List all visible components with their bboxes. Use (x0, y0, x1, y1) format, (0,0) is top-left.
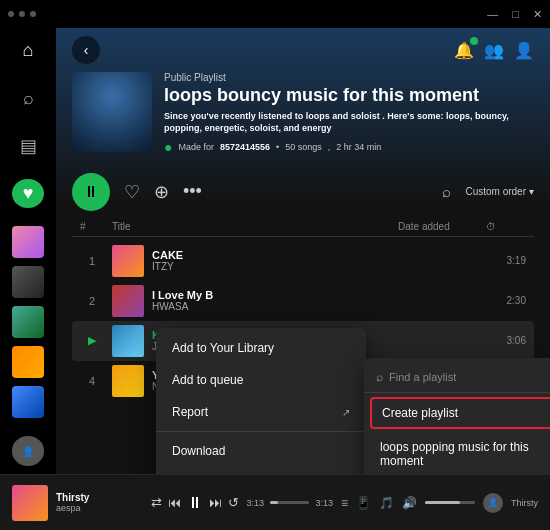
progress-bar-container: 3:13 3:13 (247, 498, 334, 508)
volume-bar[interactable] (425, 501, 475, 504)
main-content: ‹ 🔔 👥 👤 Public Playlist loops bouncy mus… (56, 28, 550, 474)
sidebar-playlist-2[interactable] (12, 266, 44, 298)
player-right: ≡ 📱 🎵 🔊 👤 Thirsty (341, 493, 538, 513)
menu-label: Report (172, 405, 208, 419)
player-controls: ⇄ ⏮ ⏸ ⏭ ↺ (151, 494, 239, 512)
titlebar-dot (19, 11, 25, 17)
prev-button[interactable]: ⏮ (168, 495, 181, 510)
titlebar-controls: — □ ✕ (487, 8, 542, 21)
now-playing-artist: aespa (56, 503, 143, 513)
menu-item-report[interactable]: Report ↗ (156, 396, 366, 428)
sidebar-playlist-5[interactable] (12, 386, 44, 418)
menu-divider (156, 431, 366, 432)
now-playing-thumbnail (12, 485, 48, 521)
now-playing-info: Thirsty aespa (56, 492, 143, 513)
sidebar-item-library[interactable]: ▤ (12, 131, 44, 161)
titlebar-dot (8, 11, 14, 17)
sidebar: ⌂ ⌕ ▤ ♥ 👤 (0, 28, 56, 474)
search-icon: ⌕ (376, 370, 383, 384)
progress-track[interactable] (270, 501, 309, 504)
titlebar: — □ ✕ (0, 0, 550, 28)
menu-label: Add to queue (172, 373, 243, 387)
sidebar-item-home[interactable]: ⌂ (12, 36, 44, 66)
submenu-item-label: Create playlist (382, 406, 458, 420)
volume-icon[interactable]: 🔊 (402, 496, 417, 510)
minimize-button[interactable]: — (487, 8, 498, 20)
lyrics-icon[interactable]: 🎵 (379, 496, 394, 510)
sidebar-avatar[interactable]: 👤 (12, 436, 44, 466)
sidebar-playlists (12, 226, 44, 418)
submenu-item-label: loops popping music for this moment (380, 440, 550, 468)
context-menu: Add to Your Library Add to queue Report … (156, 328, 366, 474)
menu-item-download[interactable]: Download (156, 435, 366, 467)
total-time: 3:13 (315, 498, 333, 508)
volume-fill (425, 501, 460, 504)
external-link-icon: ↗ (342, 407, 350, 418)
menu-item-exclude-taste[interactable]: Exclude from your taste profile (156, 467, 366, 474)
titlebar-dots (8, 11, 36, 17)
progress-fill (270, 501, 278, 504)
maximize-button[interactable]: □ (512, 8, 519, 20)
bottom-player: Thirsty aespa ⇄ ⏮ ⏸ ⏭ ↺ 3:13 3:13 ≡ 📱 🎵 … (0, 474, 550, 530)
sidebar-playlist-3[interactable] (12, 306, 44, 338)
close-button[interactable]: ✕ (533, 8, 542, 21)
titlebar-dot (30, 11, 36, 17)
app-layout: ⌂ ⌕ ▤ ♥ 👤 ‹ 🔔 👥 👤 (0, 28, 550, 474)
submenu-search-input[interactable] (389, 371, 550, 383)
shuffle-button[interactable]: ⇄ (151, 495, 162, 510)
submenu-item-loops-popping[interactable]: loops popping music for this moment (364, 431, 550, 474)
menu-label: Add to Your Library (172, 341, 274, 355)
current-time: 3:13 (247, 498, 265, 508)
sidebar-playlist-4[interactable] (12, 346, 44, 378)
menu-item-add-queue[interactable]: Add to queue (156, 364, 366, 396)
repeat-button[interactable]: ↺ (228, 495, 239, 510)
submenu-item-create[interactable]: Create playlist (370, 397, 550, 429)
queue-icon[interactable]: ≡ (341, 496, 348, 510)
menu-label: Download (172, 444, 225, 458)
player-user-name: Thirsty (511, 498, 538, 508)
submenu: ⌕ Create playlist loops popping music fo… (364, 358, 550, 474)
player-avatar: 👤 (483, 493, 503, 513)
submenu-search-container: ⌕ (364, 366, 550, 393)
menu-item-add-library[interactable]: Add to Your Library (156, 332, 366, 364)
devices-icon[interactable]: 📱 (356, 496, 371, 510)
context-menu-overlay: Add to Your Library Add to queue Report … (56, 28, 550, 474)
sidebar-item-search[interactable]: ⌕ (12, 84, 44, 114)
sidebar-item-heart[interactable]: ♥ (12, 179, 44, 209)
next-button[interactable]: ⏭ (209, 495, 222, 510)
sidebar-playlist-1[interactable] (12, 226, 44, 258)
now-playing-title: Thirsty (56, 492, 143, 503)
player-play-button[interactable]: ⏸ (187, 494, 203, 512)
